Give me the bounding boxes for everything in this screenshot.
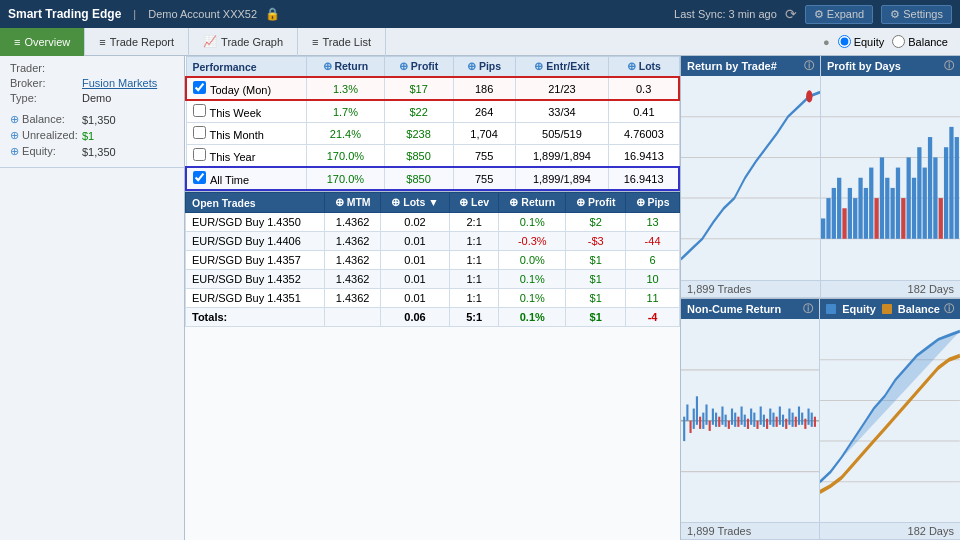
svg-rect-10 [826,198,830,239]
perf-cell-today-return: 1.3% [307,77,384,100]
non-cume-footer: 1,899 Trades [681,522,819,539]
trade-profit: $1 [566,251,626,270]
return-chart-info-icon[interactable]: ⓘ [804,59,814,73]
nav-bar: ≡ Overview ≡ Trade Report 📈 Trade Graph … [0,28,960,56]
alltime-checkbox[interactable] [193,171,206,184]
svg-rect-71 [788,408,790,424]
trade-pips: 6 [626,251,680,270]
perf-cell-thisyear-entrexit: 1,899/1,894 [515,145,609,168]
non-cume-footer-left: 1,899 Trades [687,525,751,537]
svg-rect-62 [760,406,762,424]
svg-rect-32 [944,147,948,239]
table-row: EUR/SGD Buy 1.4350 1.4362 0.02 2:1 0.1% … [186,213,680,232]
svg-rect-21 [885,178,889,239]
equity-value: $1,350 [82,146,116,158]
performance-table: Performance ⊕ Return ⊕ Profit ⊕ Pips ⊕ E… [185,56,680,191]
svg-rect-74 [798,406,800,424]
profit-chart-info-icon[interactable]: ⓘ [944,59,954,73]
equity-chart-footer-right: 182 Days [908,525,954,537]
svg-point-4 [806,90,812,102]
svg-rect-11 [832,188,836,239]
type-value: Demo [82,92,111,104]
equity-chart-info-icon[interactable]: ⓘ [944,302,954,316]
return-by-trade-chart [681,76,820,280]
svg-rect-73 [795,416,797,426]
svg-rect-78 [811,412,813,426]
expand-button[interactable]: ⚙ Expand [805,5,873,24]
perf-row-thisweek: This Week 1.7% $22 264 33/34 0.41 [186,100,679,123]
table-row: EUR/SGD Buy 1.4351 1.4362 0.01 1:1 0.1% … [186,289,680,308]
sync-status: Last Sync: 3 min ago [674,8,777,20]
broker-value[interactable]: Fusion Markets [82,77,157,89]
balance-label: ⊕ Balance: [10,113,78,126]
svg-rect-22 [891,188,895,239]
svg-rect-30 [933,157,937,238]
perf-cell-thisweek-profit: $22 [384,100,453,123]
perf-cell-today-name: Today (Mon) [186,77,307,100]
report-icon: ≡ [99,36,105,48]
perf-cell-thismonth-lots: 4.76003 [609,123,679,145]
svg-rect-14 [848,188,852,239]
tab-trade-report[interactable]: ≡ Trade Report [85,28,189,56]
perf-cell-today-entrexit: 21/23 [515,77,609,100]
perf-cell-alltime-entrexit: 1,899/1,894 [515,167,609,190]
equity-radio-label[interactable]: Equity [838,35,885,48]
equity-legend-label: Equity [842,303,876,315]
perf-col-performance: Performance [186,57,307,78]
svg-rect-46 [709,420,711,430]
svg-rect-29 [928,137,932,239]
table-row: EUR/SGD Buy 1.4357 1.4362 0.01 1:1 0.0% … [186,251,680,270]
svg-rect-19 [874,198,878,239]
svg-rect-57 [744,414,746,426]
balance-radio[interactable] [892,35,905,48]
perf-col-lots: ⊕ Lots [609,57,679,78]
profit-chart-footer-right: 182 Days [908,283,954,295]
trade-name: EUR/SGD Buy 1.4350 [186,213,325,232]
balance-radio-label[interactable]: Balance [892,35,948,48]
svg-rect-59 [750,408,752,424]
trade-return: 0.1% [499,270,566,289]
today-checkbox[interactable] [193,81,206,94]
trader-label: Trader: [10,62,78,74]
svg-rect-72 [792,412,794,426]
trade-pips: -44 [626,232,680,251]
trade-name: EUR/SGD Buy 1.4357 [186,251,325,270]
tab-trade-graph[interactable]: 📈 Trade Graph [189,28,298,56]
svg-rect-17 [864,188,868,239]
trade-lev: 1:1 [450,251,499,270]
perf-cell-today-lots: 0.3 [609,77,679,100]
profit-by-days-chart [821,76,960,280]
svg-rect-55 [737,416,739,426]
return-by-trade-title: Return by Trade# [687,60,777,72]
equity-balance-section: Equity Balance ⓘ [820,299,960,541]
settings-button[interactable]: ⚙ Settings [881,5,952,24]
thismonth-checkbox[interactable] [193,126,206,139]
trade-return: 0.1% [499,289,566,308]
trade-mtm: 1.4362 [325,289,381,308]
unrealized-value: $1 [82,130,94,142]
trade-lots: 0.02 [381,213,450,232]
tab-overview[interactable]: ≡ Overview [0,28,85,56]
balance-legend-dot [882,304,892,314]
svg-rect-40 [690,420,692,432]
left-panel: Trader: Broker: Fusion Markets Type: Dem… [0,56,185,540]
trade-lots: 0.01 [381,232,450,251]
thisweek-checkbox[interactable] [193,104,206,117]
equity-radio[interactable] [838,35,851,48]
svg-rect-58 [747,418,749,428]
svg-rect-77 [807,408,809,424]
perf-cell-today-profit: $17 [384,77,453,100]
svg-rect-52 [728,420,730,428]
list-icon: ≡ [312,36,318,48]
return-chart-svg [681,76,820,280]
trades-col-mtm: ⊕ MTM [325,193,381,213]
sync-icon[interactable]: ⟳ [785,6,797,22]
svg-rect-65 [769,408,771,424]
non-cume-info-icon[interactable]: ⓘ [803,302,813,316]
tab-trade-list[interactable]: ≡ Trade List [298,28,386,56]
perf-cell-thismonth-entrexit: 505/519 [515,123,609,145]
perf-row-thisyear: This Year 170.0% $850 755 1,899/1,894 16… [186,145,679,168]
thisyear-checkbox[interactable] [193,148,206,161]
svg-rect-16 [858,178,862,239]
trade-pips: 10 [626,270,680,289]
